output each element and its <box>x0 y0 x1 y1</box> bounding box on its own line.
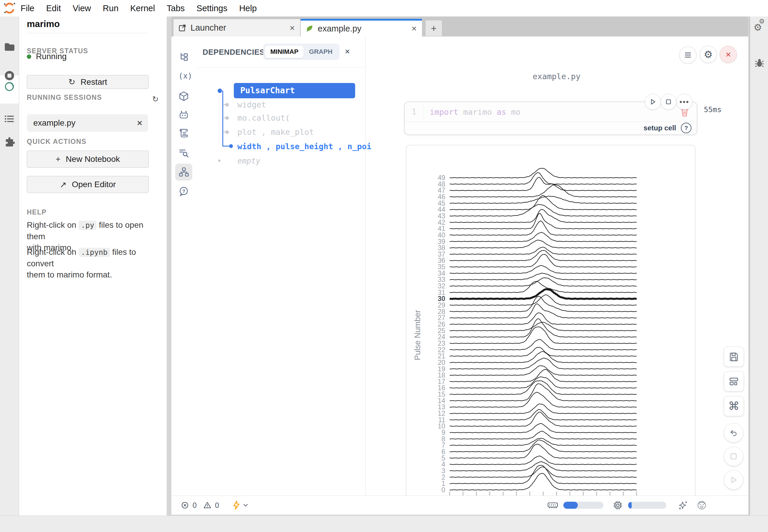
view-toggle: MINIMAP GRAPH <box>263 44 340 60</box>
file-tree-icon[interactable] <box>178 52 189 63</box>
svg-text:?: ? <box>182 189 185 194</box>
marimo-sidebar-icon[interactable] <box>4 81 15 92</box>
help-icon[interactable]: ? <box>178 186 189 197</box>
menu-items: FileEditViewRunKernelTabsSettingsHelp <box>21 4 257 13</box>
running-sessions-heading: RUNNING SESSIONS <box>27 94 102 102</box>
notebook-tool-strip: (x) ? <box>171 36 197 496</box>
menu-view[interactable]: View <box>73 4 91 13</box>
external-link-icon <box>178 24 186 32</box>
help-text: them to marimo format. <box>27 270 112 279</box>
undo-button[interactable] <box>724 423 743 443</box>
marimo-sidebar-panel: marimo SERVER STATUS Running ↻ Restart R… <box>19 16 167 516</box>
code-chip: .ipynb <box>79 248 110 257</box>
tab-launcher[interactable]: Launcher × <box>173 19 300 36</box>
help-text: Right-click on <box>27 220 79 230</box>
run-mode-group[interactable] <box>233 501 249 510</box>
arrow-up-right-icon: ↗ <box>60 180 66 189</box>
divider <box>27 33 148 33</box>
running-terminals-icon[interactable] <box>4 70 15 81</box>
diagnostics-group[interactable]: 0 0 <box>181 501 221 510</box>
dependency-item[interactable]: widget <box>237 99 266 110</box>
cell-output-card: Pulse Number0204060801001201401601802002… <box>406 145 696 496</box>
menu-run[interactable]: Run <box>103 4 118 13</box>
menu-settings[interactable]: Settings <box>197 4 227 13</box>
file-browser-icon[interactable] <box>4 41 15 52</box>
application-window: FileEditViewRunKernelTabsSettingsHelp ma… <box>0 0 768 532</box>
extensions-icon[interactable] <box>4 137 15 147</box>
minimap-node-dot <box>218 159 221 162</box>
dependency-graph-icon[interactable] <box>178 167 189 177</box>
refresh-sessions-icon[interactable]: ↻ <box>152 95 159 104</box>
layout-toggle-button[interactable] <box>724 371 744 391</box>
interrupt-button[interactable] <box>724 447 743 466</box>
help-text: Right-click on <box>27 247 79 257</box>
menu-edit[interactable]: Edit <box>46 4 61 13</box>
dependencies-panel: DEPENDENCIES MINIMAP GRAPH × PulsarChart… <box>196 36 365 496</box>
tab-example-py[interactable]: example.py × <box>301 19 422 36</box>
dependency-item[interactable]: mo.callout( <box>237 113 290 123</box>
session-item[interactable]: example.py × <box>27 114 148 132</box>
packages-icon[interactable] <box>178 91 189 102</box>
new-notebook-button[interactable]: + New Notebook <box>27 151 149 168</box>
ai-sparkle-icon[interactable] <box>678 500 688 510</box>
table-of-contents-icon[interactable] <box>4 114 15 124</box>
notebook-scroll-area[interactable]: Pulse Number0204060801001201401601802002… <box>365 36 748 496</box>
notebook-footer: 0 0 <box>171 496 748 515</box>
toggle-graph[interactable]: GRAPH <box>304 46 338 58</box>
session-close-icon[interactable]: × <box>137 118 142 128</box>
open-editor-button[interactable]: ↗ Open Editor <box>27 176 149 193</box>
dependency-item[interactable]: width , pulse_height , n_poi <box>237 141 371 152</box>
new-tab-button[interactable]: + <box>425 20 442 36</box>
minimap-node-dot <box>229 144 233 148</box>
close-panel-icon[interactable]: × <box>345 46 350 56</box>
save-notebook-button[interactable] <box>724 347 744 367</box>
tab-close-icon[interactable]: × <box>411 24 417 34</box>
tab-label: example.py <box>318 24 411 34</box>
code-chip: .py <box>79 221 97 230</box>
variables-icon[interactable]: (x) <box>178 72 189 82</box>
keyboard-shortcuts-button[interactable]: ⌘ <box>724 396 744 416</box>
scratchpad-icon[interactable] <box>178 128 189 139</box>
help-paragraph: Right-click on .ipynb files to convert t… <box>27 247 159 280</box>
cpu-usage-bar <box>628 502 666 509</box>
menu-help[interactable]: Help <box>239 4 257 13</box>
quick-actions-heading: QUICK ACTIONS <box>27 138 87 146</box>
dependencies-header: DEPENDENCIES MINIMAP GRAPH × <box>196 36 365 67</box>
new-notebook-label: New Notebook <box>66 154 120 164</box>
menu-tabs[interactable]: Tabs <box>167 4 184 13</box>
restart-button[interactable]: ↻ Restart <box>27 75 149 89</box>
undo-icon <box>729 428 738 437</box>
restart-label: Restart <box>81 77 107 87</box>
errors-icon <box>181 501 189 509</box>
minimap-node-dot <box>225 103 229 107</box>
tab-close-icon[interactable]: × <box>290 23 295 33</box>
server-status-row: Running <box>27 52 66 61</box>
toggle-minimap[interactable]: MINIMAP <box>265 46 304 58</box>
dependency-item[interactable]: empty <box>237 156 260 166</box>
svg-text:0: 0 <box>441 486 445 494</box>
run-all-button[interactable] <box>724 470 743 490</box>
minimap-node-dot <box>218 89 222 93</box>
debugger-icon[interactable] <box>754 58 765 68</box>
help-heading: HELP <box>27 208 46 216</box>
plus-icon: + <box>56 154 60 164</box>
status-bar: Simple 0 example.py 1 <box>0 516 768 532</box>
dependency-item[interactable]: plot , make_plot <box>237 127 314 137</box>
menu-bar: FileEditViewRunKernelTabsSettingsHelp <box>0 0 768 17</box>
layout-icon <box>729 376 739 386</box>
logs-icon[interactable] <box>178 148 189 158</box>
lightning-icon <box>233 501 240 510</box>
menu-file[interactable]: File <box>21 4 34 13</box>
resource-group <box>547 500 707 510</box>
dependency-item[interactable]: PulsarChart <box>234 83 355 98</box>
pulsar-chart: Pulse Number0204060801001201401601802002… <box>406 145 696 496</box>
cpu-icon <box>613 500 623 510</box>
robot-icon[interactable] <box>178 110 189 120</box>
copilot-icon[interactable] <box>697 500 707 510</box>
minimap-connector-line <box>222 91 223 146</box>
svg-text:Pulse Number: Pulse Number <box>413 310 422 360</box>
marimo-logo-icon <box>4 2 15 14</box>
memory-icon <box>547 501 558 510</box>
restart-icon: ↻ <box>68 77 75 87</box>
menu-kernel[interactable]: Kernel <box>130 4 155 13</box>
